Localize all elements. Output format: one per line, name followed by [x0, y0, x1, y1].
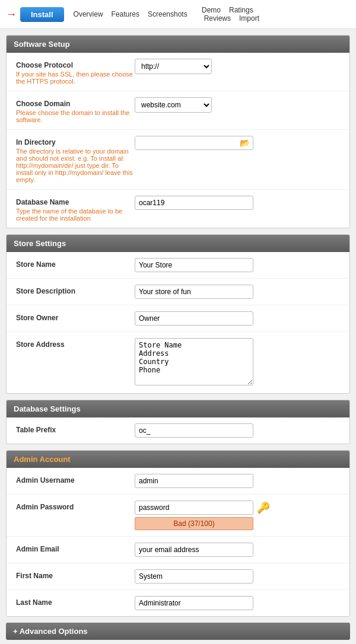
table-prefix-row: Table Prefix	[7, 417, 349, 444]
store-settings-header: Store Settings	[7, 235, 349, 252]
admin-password-row: Admin Password 🔑 Bad (37/100)	[7, 495, 349, 537]
store-address-row: Store Address Store Name Address Country…	[7, 332, 349, 393]
domain-label: Choose Domain Please choose the domain t…	[16, 97, 135, 123]
directory-input[interactable]	[135, 136, 237, 149]
advanced-options-title: Advanced Options	[20, 627, 88, 636]
domain-row: Choose Domain Please choose the domain t…	[7, 91, 349, 130]
nav-links: Overview Features Screenshots Demo Ratin…	[74, 6, 259, 23]
nav-demo-ratings: Demo Ratings Reviews Import	[196, 6, 259, 23]
store-owner-row: Store Owner	[7, 305, 349, 332]
database-name-control	[135, 196, 340, 210]
protocol-row: Choose Protocol If your site has SSL, th…	[7, 53, 349, 91]
advanced-options-section[interactable]: + Advanced Options	[6, 623, 350, 640]
admin-password-control: 🔑 Bad (37/100)	[135, 500, 340, 530]
first-name-control	[135, 569, 340, 584]
directory-input-wrap: 📂	[135, 136, 253, 150]
software-setup-section: Software Setup Choose Protocol If your s…	[6, 35, 350, 228]
domain-select[interactable]: website.com	[135, 97, 212, 113]
store-settings-title: Store Settings	[14, 239, 66, 248]
nav-demo[interactable]: Demo	[202, 6, 221, 14]
folder-icon: 📂	[237, 136, 253, 149]
admin-account-header: Admin Account	[7, 451, 349, 468]
database-settings-section: Database Settings Table Prefix	[6, 400, 350, 444]
database-settings-header: Database Settings	[7, 400, 349, 417]
nav-ratings[interactable]: Ratings	[229, 6, 253, 14]
last-name-label: Last Name	[16, 596, 135, 607]
admin-account-section: Admin Account Admin Username Admin Passw…	[6, 450, 350, 617]
admin-username-input[interactable]	[135, 474, 253, 488]
admin-username-control	[135, 474, 340, 488]
directory-label: In Directory The directory is relative t…	[16, 136, 135, 183]
nav-features[interactable]: Features	[112, 10, 139, 18]
password-input-wrap: 🔑	[135, 500, 340, 515]
last-name-input[interactable]	[135, 596, 253, 610]
protocol-select[interactable]: http:// https://	[135, 59, 212, 74]
directory-row: In Directory The directory is relative t…	[7, 130, 349, 190]
store-name-control	[135, 258, 340, 272]
admin-email-label: Admin Email	[16, 543, 135, 553]
nav-import[interactable]: Import	[239, 14, 259, 23]
software-setup-header: Software Setup	[7, 36, 349, 53]
top-nav: → Install Overview Features Screenshots …	[0, 0, 356, 29]
table-prefix-label: Table Prefix	[16, 423, 135, 434]
database-name-row: Database Name Type the name of the datab…	[7, 190, 349, 228]
store-description-label: Store Description	[16, 285, 135, 295]
admin-account-title: Admin Account	[14, 455, 71, 464]
store-owner-control	[135, 311, 340, 326]
domain-control: website.com	[135, 97, 340, 113]
first-name-label: First Name	[16, 569, 135, 580]
store-description-input[interactable]	[135, 285, 253, 299]
admin-email-input[interactable]	[135, 543, 253, 557]
store-address-textarea[interactable]: Store Name Address Country Phone	[135, 338, 253, 385]
database-name-input[interactable]	[135, 196, 253, 210]
store-settings-section: Store Settings Store Name Store Descript…	[6, 234, 350, 394]
admin-username-label: Admin Username	[16, 474, 135, 484]
last-name-control	[135, 596, 340, 610]
store-name-row: Store Name	[7, 252, 349, 279]
nav-overview[interactable]: Overview	[74, 10, 103, 18]
software-setup-title: Software Setup	[14, 40, 70, 49]
database-name-label: Database Name Type the name of the datab…	[16, 196, 135, 222]
first-name-input[interactable]	[135, 569, 253, 584]
arrow-icon: →	[6, 8, 17, 21]
store-name-label: Store Name	[16, 258, 135, 269]
protocol-control: http:// https://	[135, 59, 340, 74]
table-prefix-input[interactable]	[135, 423, 253, 438]
last-name-row: Last Name	[7, 590, 349, 616]
store-address-control: Store Name Address Country Phone	[135, 338, 340, 387]
admin-username-row: Admin Username	[7, 468, 349, 495]
directory-control: 📂	[135, 136, 340, 150]
install-nav-group: → Install	[6, 7, 64, 22]
key-icon: 🔑	[257, 501, 270, 514]
store-owner-input[interactable]	[135, 311, 253, 326]
table-prefix-control	[135, 423, 340, 438]
first-name-row: First Name	[7, 563, 349, 590]
install-button[interactable]: Install	[20, 7, 64, 22]
password-strength-badge: Bad (37/100)	[135, 517, 253, 530]
admin-email-control	[135, 543, 340, 557]
advanced-plus-icon: +	[13, 627, 18, 636]
protocol-label: Choose Protocol If your site has SSL, th…	[16, 59, 135, 85]
admin-email-row: Admin Email	[7, 537, 349, 563]
store-description-control	[135, 285, 340, 299]
store-owner-label: Store Owner	[16, 311, 135, 322]
nav-screenshots[interactable]: Screenshots	[148, 10, 187, 18]
nav-reviews[interactable]: Reviews	[204, 14, 231, 23]
store-address-label: Store Address	[16, 338, 135, 349]
store-name-input[interactable]	[135, 258, 253, 272]
store-description-row: Store Description	[7, 279, 349, 305]
admin-password-label: Admin Password	[16, 500, 135, 511]
database-settings-title: Database Settings	[14, 404, 81, 413]
admin-password-input[interactable]	[135, 500, 253, 515]
